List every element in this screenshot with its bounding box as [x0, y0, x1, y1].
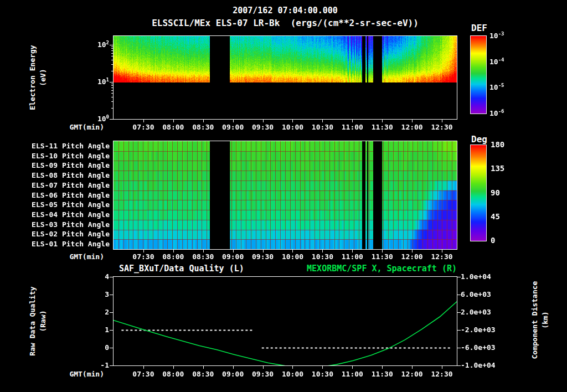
distance-series-title: MEXORBMC/SPF X, Spacecraft (R) [114, 264, 457, 273]
x-tick-label: 08:00 [162, 252, 184, 261]
def-colorbar-tick-label: 10-3 [489, 31, 504, 40]
x-tick-label: 12:30 [431, 252, 452, 261]
pitch-row-label: ELS-07 Pitch Angle [22, 181, 110, 189]
energy-ytick-label: 100 [78, 114, 109, 123]
quality-axis-tick-label: 1 [78, 326, 109, 334]
x-tick-label: 08:00 [162, 123, 184, 131]
pitch-row-label: ELS-02 Pitch Angle [22, 230, 110, 238]
plot-subtitle: ELSSCIL/MEx ELS-07 LR-Bk (ergs/(cm**2-sr… [114, 18, 457, 28]
x-tick-label: 09:00 [222, 123, 244, 131]
x-tick-label: 12:30 [431, 123, 452, 131]
x-tick-label: 12:00 [401, 123, 423, 131]
energy-ylabel: Electron Energy (eV) [27, 30, 49, 125]
page-title: 2007/162 07:04:00.000 [114, 6, 457, 16]
x-tick-label: 10:00 [282, 123, 303, 131]
x-tick-label: 11:00 [342, 123, 363, 131]
x-tick-label: 11:30 [372, 123, 393, 131]
x-tick-label: 07:30 [132, 123, 154, 131]
pitch-row-label: ELS-10 Pitch Angle [22, 152, 110, 160]
x-tick-label: 08:30 [192, 252, 214, 261]
gmt-label-bottom: GMT(min) [58, 370, 104, 379]
distance-axis-tick-label: -2.0e+03 [461, 326, 496, 334]
quality-ylabel-line2: (Raw) [38, 274, 48, 368]
quality-axis-tick-label: 2 [78, 308, 109, 316]
x-tick-label: 12:30 [431, 370, 452, 378]
deg-colorbar-canvas [471, 145, 486, 241]
distance-ylabel-line1: Component Distance [529, 273, 540, 367]
pitch-row-label: ELS-11 Pitch Angle [22, 142, 110, 150]
pitch-angle-canvas [114, 141, 457, 249]
x-tick-label: 08:30 [192, 370, 214, 378]
spectrogram-page: 2007/162 07:04:00.000 ELSSCIL/MEx ELS-07… [0, 0, 567, 392]
x-tick-label: 11:30 [372, 252, 393, 261]
distance-axis-tick-label: 2.0e+03 [461, 308, 491, 316]
pitch-row-label: ELS-08 Pitch Angle [22, 171, 110, 179]
x-tick-label: 10:30 [312, 370, 333, 378]
pitch-row-label: ELS-05 Pitch Angle [22, 200, 110, 209]
line-plot-canvas [114, 277, 457, 365]
quality-ylabel: Raw Data Quality (Raw) [27, 274, 49, 368]
def-colorbar-title: DEF [471, 24, 487, 33]
energy-ytick-label: 102 [78, 40, 109, 49]
def-colorbar-tick-label: 10-4 [489, 57, 504, 66]
def-colorbar-tick-label: 10-6 [489, 109, 504, 117]
distance-axis-tick-label: 1.0e+04 [461, 272, 491, 281]
deg-colorbar-tick-label: 90 [491, 188, 500, 197]
distance-ylabel: Component Distance (km) [529, 273, 551, 367]
x-tick-label: 08:00 [162, 370, 184, 378]
x-tick-label: 09:30 [252, 252, 274, 261]
deg-colorbar-tick-label: 180 [491, 140, 504, 149]
deg-colorbar-tick-label: 0 [491, 236, 495, 245]
energy-ylabel-line2: (eV) [38, 30, 48, 125]
deg-colorbar-tick-label: 135 [491, 164, 504, 173]
deg-colorbar-title: Deg [471, 135, 487, 144]
deg-colorbar-tick-label: 45 [491, 212, 500, 221]
def-colorbar-canvas [471, 36, 486, 114]
x-tick-label: 10:00 [282, 370, 303, 378]
energy-spectrogram-canvas [114, 36, 457, 119]
def-colorbar-tick-label: 10-5 [489, 82, 504, 91]
gmt-label-top: GMT(min) [58, 123, 104, 132]
distance-ylabel-line2: (km) [540, 273, 550, 367]
pitch-row-label: ELS-09 Pitch Angle [22, 161, 110, 169]
pitch-row-label: ELS-03 Pitch Angle [22, 220, 110, 229]
quality-axis-tick-label: 4 [78, 272, 109, 281]
energy-ylabel-line1: Electron Energy [27, 30, 38, 125]
pitch-row-label: ELS-04 Pitch Angle [22, 210, 110, 219]
gmt-label-middle: GMT(min) [58, 252, 104, 261]
x-tick-label: 12:00 [401, 370, 423, 378]
x-tick-label: 09:30 [252, 123, 274, 131]
quality-axis-tick-label: 3 [78, 290, 109, 298]
energy-ytick-label: 101 [78, 77, 109, 86]
quality-ylabel-line1: Raw Data Quality [27, 274, 38, 368]
x-tick-label: 09:30 [252, 370, 274, 378]
distance-axis-tick-label: 6.0e+03 [461, 290, 491, 298]
x-tick-label: 09:00 [222, 252, 244, 261]
x-tick-label: 09:00 [222, 370, 244, 378]
x-tick-label: 10:00 [282, 252, 303, 261]
quality-axis-tick-label: 0 [78, 343, 109, 352]
x-tick-label: 07:30 [132, 370, 154, 378]
distance-axis-tick-label: -1.0e+04 [461, 361, 496, 369]
pitch-row-label: ELS-01 Pitch Angle [22, 240, 110, 248]
pitch-row-label: ELS-06 Pitch Angle [22, 191, 110, 199]
quality-axis-tick-label: -1 [78, 361, 109, 369]
x-tick-label: 08:30 [192, 123, 214, 131]
x-tick-label: 07:30 [132, 252, 154, 261]
x-tick-label: 11:30 [372, 370, 393, 378]
x-tick-label: 12:00 [401, 252, 423, 261]
distance-axis-tick-label: -6.0e+03 [461, 343, 496, 352]
x-tick-label: 10:30 [312, 123, 333, 131]
x-tick-label: 10:30 [312, 252, 333, 261]
x-tick-label: 11:00 [342, 370, 363, 378]
x-tick-label: 11:00 [342, 252, 363, 261]
